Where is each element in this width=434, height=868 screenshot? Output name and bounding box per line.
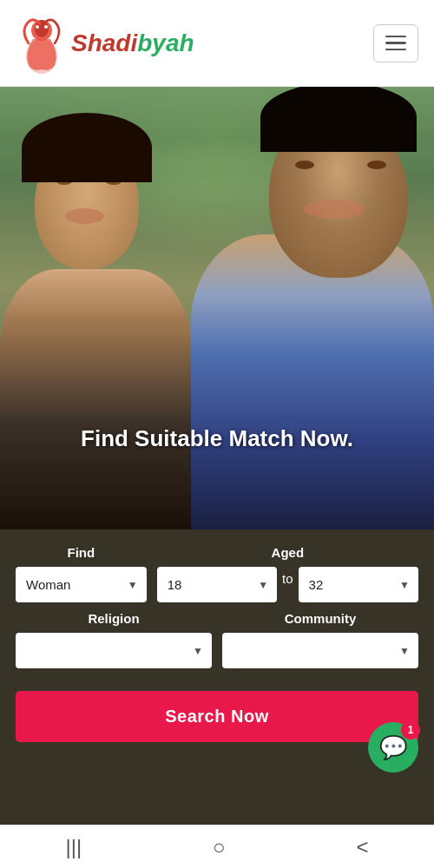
religion-label: Religion xyxy=(16,611,212,626)
woman-face xyxy=(35,139,139,269)
app-header: Shadibyah xyxy=(0,0,434,87)
man-body xyxy=(191,234,434,529)
age-range-row: 18 19 20 21 22 ▼ to 30 31 32 xyxy=(157,567,418,602)
logo-text: Shadibyah xyxy=(71,30,194,57)
svg-point-3 xyxy=(36,25,39,29)
nav-menu-icon[interactable]: ||| xyxy=(65,835,82,859)
nav-home-icon[interactable]: ○ xyxy=(213,835,226,859)
age-to-label: to xyxy=(282,571,293,598)
hero-tagline: Find Suitable Match Now. xyxy=(0,425,434,452)
gender-select-wrapper: Woman Man ▼ xyxy=(16,567,147,602)
chat-badge: 1 xyxy=(401,720,420,740)
age-to-wrapper: 30 31 32 33 35 40 ▼ xyxy=(299,567,418,602)
logo-icon xyxy=(16,13,68,74)
hero-background xyxy=(0,87,434,529)
age-from-select[interactable]: 18 19 20 21 22 xyxy=(157,567,277,602)
chat-icon: 💬 xyxy=(379,734,407,761)
hero-section: Find Suitable Match Now. Find Woman Man … xyxy=(0,87,434,825)
search-button[interactable]: Search Now xyxy=(16,691,418,742)
logo: Shadibyah xyxy=(16,13,194,74)
nav-back-icon[interactable]: < xyxy=(357,835,369,859)
search-form: Find Woman Man ▼ Aged 18 19 xyxy=(0,529,434,825)
bottom-navigation: ||| ○ < xyxy=(0,825,434,868)
religion-column: Religion Hindu Muslim Christian Sikh ▼ xyxy=(16,611,212,668)
hamburger-line-2 xyxy=(385,42,406,44)
man-face xyxy=(269,113,408,278)
find-column: Find Woman Man ▼ xyxy=(16,545,147,602)
svg-point-4 xyxy=(44,25,48,29)
age-from-wrapper: 18 19 20 21 22 ▼ xyxy=(157,567,277,602)
community-select-wrapper: Brahmin Rajput Maratha ▼ xyxy=(222,633,418,668)
chat-button[interactable]: 💬 1 xyxy=(368,722,418,773)
form-row-find-aged: Find Woman Man ▼ Aged 18 19 xyxy=(16,545,418,602)
aged-column: Aged 18 19 20 21 22 ▼ to xyxy=(157,545,418,602)
community-column: Community Brahmin Rajput Maratha ▼ xyxy=(222,611,418,668)
age-to-select[interactable]: 30 31 32 33 35 40 xyxy=(299,567,418,602)
community-label: Community xyxy=(222,611,418,626)
religion-select[interactable]: Hindu Muslim Christian Sikh xyxy=(16,633,212,668)
community-select[interactable]: Brahmin Rajput Maratha xyxy=(222,633,418,668)
hamburger-line-1 xyxy=(385,36,406,38)
hamburger-line-3 xyxy=(385,49,406,51)
religion-select-wrapper: Hindu Muslim Christian Sikh ▼ xyxy=(16,633,212,668)
woman-body xyxy=(0,269,191,529)
aged-label: Aged xyxy=(157,545,418,560)
menu-button[interactable] xyxy=(373,24,418,62)
gender-select[interactable]: Woman Man xyxy=(16,567,147,602)
find-label: Find xyxy=(16,545,147,560)
form-row-religion-community: Religion Hindu Muslim Christian Sikh ▼ C… xyxy=(16,611,418,668)
